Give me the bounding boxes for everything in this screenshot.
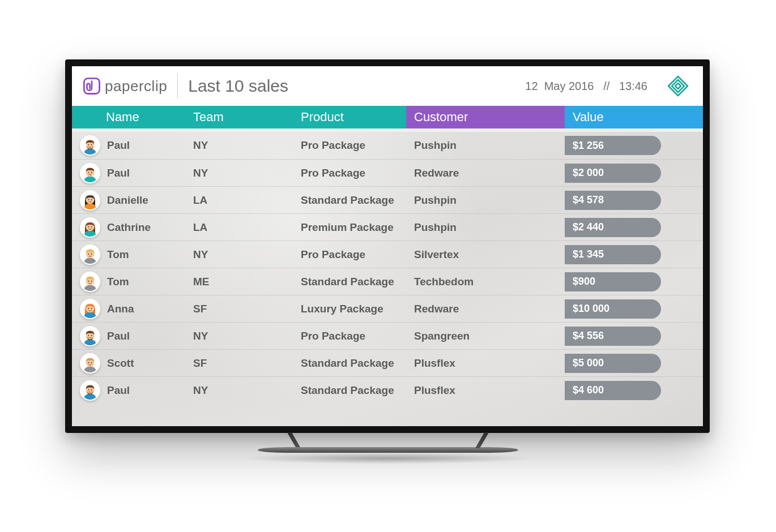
cell-team: NY [185,330,293,342]
cell-name: Paul [72,380,185,401]
cell-product: Premium Package [293,221,406,234]
avatar [80,190,100,211]
avatar [80,353,100,374]
svg-point-15 [88,226,89,227]
cell-value: $2 000 [565,164,703,183]
svg-point-32 [91,334,92,336]
value-pill: $4 600 [565,381,661,400]
col-header-product: Product [293,106,406,128]
value-pill: $10 000 [565,299,661,319]
value-pill: $2 440 [565,218,661,237]
table-row: Scott SF Standard Package Plusflex $5 00… [72,349,703,376]
cell-product: Standard Package [293,357,406,370]
cell-customer: Techbedom [406,276,565,288]
cell-customer: Plusflex [406,384,565,397]
cell-value: $1 256 [565,136,703,155]
salesperson-name: Paul [107,384,130,397]
svg-point-19 [88,253,89,254]
value-text: $900 [573,276,595,288]
table-row: Tom ME Standard Package Techbedom $900 [72,268,703,295]
salesperson-name: Tom [107,276,129,288]
cell-team: SF [185,357,293,370]
svg-point-21 [84,285,96,291]
svg-point-23 [88,280,89,281]
value-text: $1 345 [573,248,604,260]
table-body: Paul NY Pro Package Pushpin $1 256 Paul … [72,132,703,426]
svg-point-24 [91,280,92,281]
svg-point-12 [91,199,92,200]
avatar [80,299,100,319]
value-text: $4 578 [573,194,604,206]
cell-value: $2 440 [565,218,703,237]
cell-customer: Pushpin [406,221,565,234]
page-title: Last 10 sales [188,76,288,96]
cell-name: Danielle [72,190,185,211]
svg-point-4 [91,144,92,145]
cell-customer: Spangreen [406,330,565,342]
cell-name: Cathrine [72,217,185,238]
header-divider [177,74,178,98]
value-pill: $4 556 [565,327,661,346]
tv-frame: paperclip Last 10 sales 12 May 2016 // 1… [65,59,710,433]
salesperson-name: Tom [107,248,129,261]
salesperson-name: Paul [107,330,130,342]
cell-value: $4 556 [565,327,703,346]
table-row: Paul NY Pro Package Spangreen $4 556 [72,322,703,349]
svg-point-11 [88,199,89,200]
avatar [80,326,100,346]
cell-customer: Redware [406,167,565,179]
cell-name: Scott [72,353,185,374]
cell-product: Pro Package [293,330,406,342]
avatar [80,163,100,183]
value-pill: $2 000 [565,164,661,183]
svg-point-31 [88,334,89,336]
salesperson-name: Paul [107,139,130,152]
cell-name: Paul [72,163,185,183]
svg-point-7 [88,171,89,173]
svg-point-40 [91,389,92,390]
tv-stand [258,432,518,453]
avatar [80,380,100,401]
svg-point-20 [91,253,92,254]
table-row: Paul NY Pro Package Pushpin $1 256 [72,132,703,159]
cell-value: $10 000 [565,299,703,319]
value-pill: $1 345 [565,245,661,264]
svg-point-35 [88,362,89,363]
app-header: paperclip Last 10 sales 12 May 2016 // 1… [72,66,703,106]
table-row: Tom NY Pro Package Silvertex $1 345 [72,241,703,268]
svg-point-28 [91,307,92,308]
table-row: Anna SF Luxury Package Redware $10 000 [72,295,703,322]
brand-name: paperclip [105,78,167,95]
salesperson-name: Anna [107,303,134,315]
avatar [80,244,100,265]
value-pill: $4 578 [565,191,661,210]
value-text: $5 000 [573,357,604,369]
header-datetime: 12 May 2016 // 13:46 [525,80,647,93]
cell-value: $4 600 [565,381,703,400]
table-row: Cathrine LA Premium Package Pushpin $2 4… [72,213,703,241]
salesperson-name: Danielle [107,194,148,207]
svg-point-17 [84,258,96,264]
value-text: $2 000 [573,167,604,179]
table-row: Paul NY Pro Package Redware $2 000 [72,159,703,186]
table-header: Name Team Product Customer Value [72,106,703,128]
paperclip-icon [82,76,101,96]
cell-product: Pro Package [293,139,406,152]
svg-point-29 [84,339,96,345]
cell-team: ME [185,276,293,288]
salesperson-name: Cathrine [107,221,151,234]
cell-product: Pro Package [293,248,406,261]
svg-point-36 [91,362,92,363]
svg-point-8 [91,171,92,173]
cell-team: NY [185,384,293,397]
cell-customer: Redware [406,303,565,315]
value-text: $10 000 [573,303,609,315]
col-header-name: Name [72,106,185,128]
provider-logo-icon [667,75,689,97]
cell-value: $1 345 [565,245,703,264]
cell-name: Paul [72,326,185,346]
dashboard-screen: paperclip Last 10 sales 12 May 2016 // 1… [72,66,703,426]
col-header-value: Value [565,106,703,128]
cell-product: Standard Package [293,194,406,207]
cell-name: Tom [72,244,185,265]
